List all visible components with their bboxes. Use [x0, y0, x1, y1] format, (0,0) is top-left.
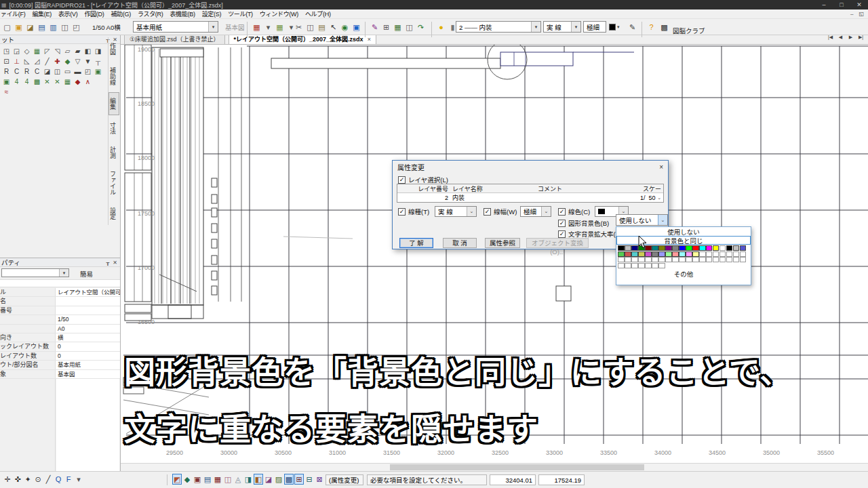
color-swatch[interactable]: [719, 257, 726, 262]
close-button[interactable]: ✕: [850, 1, 868, 8]
color-swatch[interactable]: [658, 251, 665, 257]
rotate-command-icon[interactable]: ◬: [233, 474, 243, 485]
menu-ヘルプ(H)[interactable]: ヘルプ(H): [302, 9, 334, 18]
color-swatch[interactable]: [686, 251, 692, 257]
linetype-checkbox[interactable]: ✓: [398, 208, 406, 216]
print-icon[interactable]: ◫: [59, 22, 71, 33]
join-command-icon[interactable]: ⊠: [315, 474, 324, 485]
cancel-button[interactable]: 取 消: [443, 238, 477, 248]
layer4b-tool-icon[interactable]: 4: [22, 77, 32, 87]
move-command-icon[interactable]: ▣: [193, 474, 202, 485]
rotate-right-tool-icon[interactable]: R: [1, 66, 12, 77]
color-swatch[interactable]: [625, 257, 631, 262]
snap-center-icon[interactable]: ⊙: [33, 474, 43, 485]
anchor-tool-icon[interactable]: ⊥: [12, 56, 22, 66]
color-swatch[interactable]: [699, 257, 705, 262]
color-swatch[interactable]: [692, 251, 698, 257]
sheet-grid-icon[interactable]: ▦: [274, 22, 285, 33]
cross2-tool-icon[interactable]: ✕: [52, 77, 62, 87]
color-swatch[interactable]: [658, 263, 665, 268]
color-swatch[interactable]: [740, 251, 746, 257]
linewidth-checkbox[interactable]: ✓: [484, 208, 491, 216]
vertex-tool-icon[interactable]: ▽: [73, 56, 83, 66]
color-swatch[interactable]: [726, 251, 732, 257]
copy-icon[interactable]: ◫: [304, 22, 316, 33]
palette-tab-寸法[interactable]: 寸法: [108, 117, 119, 140]
junction-tool-icon[interactable]: ┬: [93, 56, 103, 66]
menu-作図(D)[interactable]: 作図(D): [81, 9, 107, 18]
color-swatch[interactable]: [692, 257, 698, 262]
color-swatch[interactable]: [706, 257, 712, 262]
spline-tool-icon[interactable]: ≈: [1, 87, 12, 97]
palette-tab-作図[interactable]: 作図: [108, 37, 119, 60]
color-swatch[interactable]: [726, 245, 732, 251]
color-swatch[interactable]: [618, 245, 624, 251]
sheet-settings-dropdown-icon[interactable]: ▾: [262, 22, 274, 33]
fillet-tool-icon[interactable]: ◺: [22, 56, 32, 66]
menu-ファイル(F)[interactable]: ファイル(F): [0, 9, 28, 18]
dialog-close-button[interactable]: ×: [659, 163, 663, 171]
color-swatch[interactable]: [652, 251, 658, 257]
mesh-tool-icon[interactable]: ▩: [32, 77, 42, 87]
chevron-down-icon[interactable]: ▾: [208, 22, 218, 32]
dialog-title-bar[interactable]: 属性変更 ×: [393, 161, 668, 173]
maximize-button[interactable]: □: [833, 1, 850, 8]
offset-tool-icon[interactable]: ⊡: [1, 56, 12, 66]
offset-command-icon[interactable]: ▨: [274, 474, 283, 485]
zoom-region-icon[interactable]: ◉: [339, 22, 351, 33]
copy-command-icon[interactable]: ▤: [203, 474, 212, 485]
free-snap-icon[interactable]: F: [64, 474, 73, 485]
rotate-tool-icon[interactable]: ◇: [22, 46, 32, 56]
color-swatch[interactable]: [625, 251, 631, 257]
layer4-tool-icon[interactable]: 4: [12, 77, 22, 87]
annotate-icon[interactable]: ✎: [369, 22, 380, 33]
color-swatch[interactable]: [652, 257, 658, 262]
chamfer-command-icon[interactable]: ⊞: [294, 474, 304, 485]
menu-ウィンドウ(W)[interactable]: ウィンドウ(W): [256, 9, 302, 18]
array-tool-icon[interactable]: ▦: [32, 46, 42, 56]
pin-icon[interactable]: ┰: [106, 260, 109, 266]
color-swatch[interactable]: [638, 263, 644, 268]
color-swatch[interactable]: [618, 263, 624, 268]
color-swatch[interactable]: [665, 251, 671, 257]
chevron-down-icon[interactable]: ▾: [59, 269, 68, 277]
snap-cross-icon[interactable]: ✜: [13, 474, 22, 485]
paste-special-tool-icon[interactable]: ◰: [83, 66, 93, 77]
mdi-restore-button[interactable]: ◱: [859, 11, 864, 17]
linewidth-select[interactable]: 極細: [583, 21, 606, 33]
color-swatch[interactable]: [658, 257, 665, 262]
color-swatch[interactable]: [625, 245, 631, 251]
layer-table[interactable]: レイヤ番号 レイヤ名称 コメント スケー 2 内装 1/ 50 ⌄: [397, 184, 664, 203]
color-swatch[interactable]: [645, 257, 651, 262]
chevron-down-icon[interactable]: ⌄: [657, 195, 661, 201]
attribute-change-icon[interactable]: ◩: [172, 474, 182, 485]
bar-tool-icon[interactable]: ▬: [73, 66, 83, 77]
pen-settings-icon[interactable]: ✎: [627, 22, 638, 33]
color-swatch[interactable]: [672, 245, 678, 251]
tab-close-icon[interactable]: ×: [368, 36, 371, 43]
color-swatch[interactable]: [699, 251, 705, 257]
line-edit-tool-icon[interactable]: ╱: [42, 56, 52, 66]
cross-tool-icon[interactable]: ✕: [42, 77, 52, 87]
layer-lamp-icon[interactable]: ●: [435, 22, 447, 33]
save-icon[interactable]: ▤: [36, 22, 47, 33]
print-preview-icon[interactable]: ◰: [71, 22, 82, 33]
node-tool-icon[interactable]: ✚: [52, 56, 62, 66]
palette-tab-計測[interactable]: 計測: [108, 141, 119, 164]
zuno-club-button[interactable]: 図脳クラブ: [673, 22, 705, 38]
palette-tab-ファイル[interactable]: ファイル: [108, 165, 119, 201]
color-swatch[interactable]: [706, 251, 712, 257]
color-swatch[interactable]: [665, 245, 671, 251]
menu-ツール(T)[interactable]: ツール(T): [224, 9, 256, 18]
color-swatch[interactable]: [733, 245, 739, 251]
shape-background-select[interactable]: 使用しない ⌄: [616, 214, 668, 226]
color-swatch[interactable]: [719, 245, 726, 251]
fillet-command-icon[interactable]: ▩: [284, 474, 294, 485]
chamfer-tool-icon[interactable]: ◿: [32, 56, 42, 66]
color-swatch[interactable]: [638, 251, 644, 257]
copy-rotate-tool-icon[interactable]: C: [12, 66, 22, 77]
zoom-window-icon[interactable]: ▣: [351, 22, 362, 33]
array-command-icon[interactable]: ▦: [213, 474, 222, 485]
extend-tool-icon[interactable]: ◨: [93, 46, 103, 56]
color-swatch[interactable]: [645, 263, 651, 268]
